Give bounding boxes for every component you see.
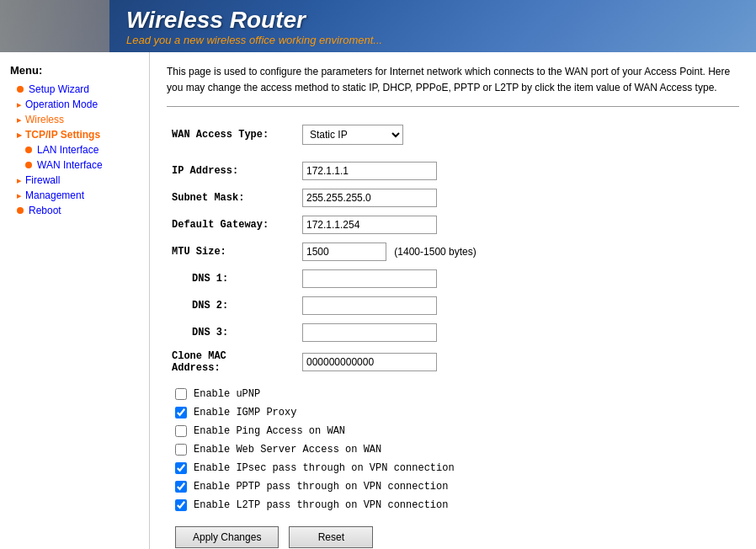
- checkbox-upnp[interactable]: [175, 388, 187, 400]
- checkbox-pptp[interactable]: [175, 481, 187, 493]
- checkbox-igmp-label: Enable IGMP Proxy: [194, 407, 296, 418]
- dns3-input[interactable]: [302, 323, 437, 342]
- clone-mac-label: Clone MACAddress:: [167, 346, 297, 378]
- apply-button[interactable]: Apply Changes: [175, 526, 279, 548]
- bullet-icon: [17, 207, 24, 214]
- dns2-value: [297, 292, 739, 319]
- checkbox-ping[interactable]: [175, 425, 187, 437]
- checkbox-upnp-row: Enable uPNP: [167, 385, 739, 403]
- sidebar-item-firewall[interactable]: ▸ Firewall: [0, 173, 149, 188]
- checkbox-pptp-label: Enable PPTP pass through on VPN connecti…: [194, 481, 448, 493]
- checkbox-ipsec[interactable]: [175, 462, 187, 474]
- checkbox-igmp[interactable]: [175, 407, 187, 418]
- mtu-size-label: MTU Size:: [167, 238, 297, 265]
- default-gateway-value: [297, 211, 739, 238]
- default-gateway-label: Default Gateway:: [167, 211, 297, 238]
- arrow-icon: ▸: [17, 130, 22, 141]
- checkbox-webserver-label: Enable Web Server Access on WAN: [194, 444, 381, 456]
- clone-mac-value: [297, 346, 739, 378]
- checkbox-ping-row: Enable Ping Access on WAN: [167, 422, 739, 440]
- subnet-mask-row: Subnet Mask:: [167, 184, 739, 211]
- sidebar-item-operation-mode[interactable]: ▸ Operation Mode: [0, 97, 149, 112]
- sidebar-label: Firewall: [25, 174, 60, 186]
- dns3-value: [297, 319, 739, 346]
- checkbox-igmp-row: Enable IGMP Proxy: [167, 403, 739, 422]
- wan-form: WAN Access Type: Static IP DHCP PPPoE PP…: [167, 120, 739, 378]
- wan-access-type-value: Static IP DHCP PPPoE PPTP L2TP: [297, 120, 739, 149]
- default-gateway-row: Default Gateway:: [167, 211, 739, 238]
- checkbox-l2tp-row: Enable L2TP pass through on VPN connecti…: [167, 496, 739, 514]
- dns1-value: [297, 265, 739, 292]
- clone-mac-input[interactable]: [302, 353, 437, 371]
- reset-button[interactable]: Reset: [289, 526, 373, 548]
- dns1-label: DNS 1:: [167, 265, 297, 292]
- checkbox-upnp-label: Enable uPNP: [194, 388, 260, 400]
- page-description: This page is used to configure the param…: [167, 64, 739, 96]
- content-area: This page is used to configure the param…: [150, 52, 756, 549]
- sidebar-item-wan[interactable]: WAN Interface: [0, 157, 149, 173]
- checkboxes-section: Enable uPNP Enable IGMP Proxy Enable Pin…: [167, 385, 739, 514]
- checkbox-webserver[interactable]: [175, 444, 187, 456]
- checkbox-ipsec-row: Enable IPsec pass through on VPN connect…: [167, 459, 739, 477]
- spacer-row: [167, 149, 739, 157]
- sidebar-label: Setup Wizard: [29, 83, 89, 95]
- sidebar-item-setup-wizard[interactable]: Setup Wizard: [0, 82, 149, 97]
- sidebar-label: Operation Mode: [25, 99, 98, 110]
- sidebar-item-wireless[interactable]: ▸ Wireless: [0, 112, 149, 127]
- dns3-row: DNS 3:: [167, 319, 739, 346]
- main-layout: Menu: Setup Wizard ▸ Operation Mode ▸ Wi…: [0, 52, 756, 549]
- checkbox-ipsec-label: Enable IPsec pass through on VPN connect…: [194, 462, 455, 474]
- ip-address-value: [297, 157, 739, 184]
- wan-access-type-select[interactable]: Static IP DHCP PPPoE PPTP L2TP: [302, 125, 403, 145]
- sidebar: Menu: Setup Wizard ▸ Operation Mode ▸ Wi…: [0, 52, 150, 549]
- bullet-icon: [25, 147, 32, 153]
- header-subtitle: Lead you a new wireless office working e…: [126, 34, 382, 46]
- mtu-hint: (1400-1500 bytes): [394, 246, 476, 258]
- ip-address-label: IP Address:: [167, 157, 297, 184]
- checkbox-pptp-row: Enable PPTP pass through on VPN connecti…: [167, 477, 739, 496]
- bullet-icon: [17, 86, 24, 93]
- sidebar-item-management[interactable]: ▸ Management: [0, 188, 149, 203]
- sidebar-item-lan[interactable]: LAN Interface: [0, 142, 149, 157]
- header-logo: Wireless Router Lead you a new wireless …: [126, 7, 382, 46]
- checkbox-l2tp-label: Enable L2TP pass through on VPN connecti…: [194, 499, 448, 511]
- ip-address-input[interactable]: [302, 162, 437, 180]
- sidebar-item-reboot[interactable]: Reboot: [0, 203, 149, 218]
- header-decoration: [0, 0, 109, 52]
- subnet-mask-value: [297, 184, 739, 211]
- dns2-label: DNS 2:: [167, 292, 297, 319]
- checkbox-ping-label: Enable Ping Access on WAN: [194, 425, 345, 437]
- subnet-mask-label: Subnet Mask:: [167, 184, 297, 211]
- arrow-icon: ▸: [17, 115, 22, 125]
- sidebar-label: Wireless: [25, 114, 64, 125]
- sidebar-item-tcpip[interactable]: ▸ TCP/IP Settings: [0, 127, 149, 142]
- arrow-icon: ▸: [17, 175, 22, 186]
- arrow-icon: ▸: [17, 99, 22, 110]
- sidebar-label: TCP/IP Settings: [25, 129, 100, 141]
- subnet-mask-input[interactable]: [302, 189, 437, 207]
- sidebar-label: Management: [25, 189, 84, 201]
- clone-mac-row: Clone MACAddress:: [167, 346, 739, 378]
- wan-access-type-label: WAN Access Type:: [167, 120, 297, 149]
- dns1-row: DNS 1:: [167, 265, 739, 292]
- arrow-icon: ▸: [17, 190, 22, 201]
- bullet-icon: [25, 162, 32, 168]
- mtu-size-input[interactable]: [302, 243, 386, 261]
- header-title: Wireless Router: [126, 7, 382, 34]
- dns2-row: DNS 2:: [167, 292, 739, 319]
- sidebar-label: Reboot: [29, 205, 61, 216]
- sidebar-label: LAN Interface: [37, 144, 98, 156]
- default-gateway-input[interactable]: [302, 216, 437, 234]
- dns3-label: DNS 3:: [167, 319, 297, 346]
- menu-label: Menu:: [0, 61, 149, 82]
- dns1-input[interactable]: [302, 269, 437, 288]
- ip-address-row: IP Address:: [167, 157, 739, 184]
- page-header: Wireless Router Lead you a new wireless …: [0, 0, 756, 52]
- sidebar-label: WAN Interface: [37, 159, 103, 171]
- dns2-input[interactable]: [302, 296, 437, 315]
- checkbox-webserver-row: Enable Web Server Access on WAN: [167, 440, 739, 459]
- wan-access-type-row: WAN Access Type: Static IP DHCP PPPoE PP…: [167, 120, 739, 149]
- button-row: Apply Changes Reset: [167, 514, 739, 549]
- checkbox-l2tp[interactable]: [175, 499, 187, 511]
- mtu-size-value: (1400-1500 bytes): [297, 238, 739, 265]
